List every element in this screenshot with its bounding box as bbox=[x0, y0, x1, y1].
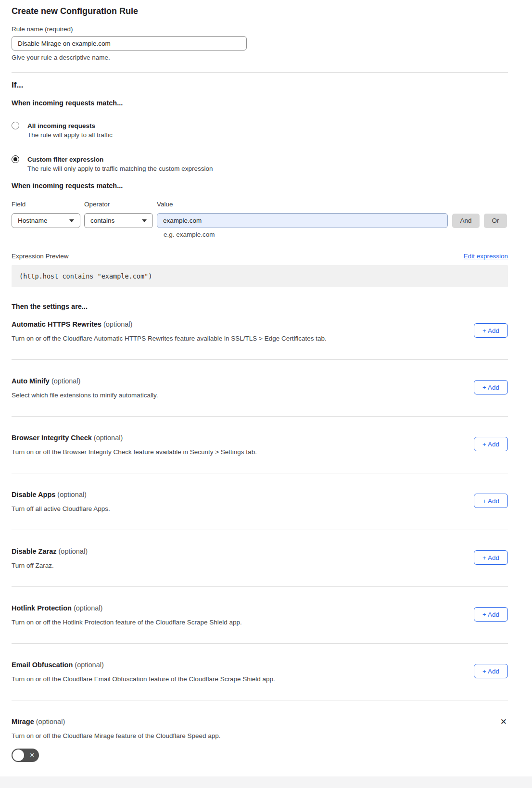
chevron-down-icon bbox=[142, 219, 147, 222]
section-divider bbox=[12, 72, 508, 73]
optional-label: (optional) bbox=[36, 718, 65, 725]
optional-label: (optional) bbox=[103, 320, 132, 328]
mirage-toggle[interactable]: ✕ bbox=[12, 749, 39, 762]
builder-labels: Field Operator Value bbox=[12, 200, 508, 209]
add-button[interactable]: + Add bbox=[474, 494, 508, 508]
setting-row: Automatic HTTPS Rewrites (optional) Turn… bbox=[12, 311, 508, 360]
radio-option-all-requests[interactable]: All incoming requests The rule will appl… bbox=[12, 121, 508, 140]
edit-expression-link[interactable]: Edit expression bbox=[464, 253, 508, 260]
setting-row: Disable Zaraz (optional) Turn off Zaraz.… bbox=[12, 530, 508, 587]
optional-label: (optional) bbox=[74, 604, 102, 612]
setting-row: Auto Minify (optional) Select which file… bbox=[12, 360, 508, 417]
setting-description: Turn on or off the Cloudflare Automatic … bbox=[12, 334, 327, 343]
footer-strip bbox=[0, 776, 532, 788]
rule-name-input[interactable] bbox=[12, 36, 247, 51]
field-select-value: Hostname bbox=[18, 217, 48, 224]
optional-label: (optional) bbox=[94, 434, 123, 442]
expression-preview-code: (http.host contains "example.com") bbox=[12, 265, 508, 287]
add-button[interactable]: + Add bbox=[474, 550, 508, 565]
chevron-down-icon bbox=[69, 219, 74, 222]
radio-all-requests-description: The rule will apply to all traffic bbox=[27, 130, 113, 140]
toggle-knob bbox=[13, 750, 24, 761]
operator-label: Operator bbox=[84, 200, 157, 209]
radio-all-requests-circle[interactable] bbox=[12, 122, 19, 129]
setting-description: Turn on or off the Hotlink Protection fe… bbox=[12, 618, 242, 627]
optional-label: (optional) bbox=[57, 491, 86, 498]
setting-name: Email Obfuscation bbox=[12, 661, 73, 669]
setting-description: Turn on or off the Cloudflare Email Obfu… bbox=[12, 674, 275, 684]
page-title: Create new Configuration Rule bbox=[12, 6, 508, 16]
mirage-heading: Mirage (optional) bbox=[12, 717, 65, 727]
radio-custom-filter-label[interactable]: Custom filter expression bbox=[27, 155, 213, 164]
and-button[interactable]: And bbox=[452, 214, 480, 228]
operator-select[interactable]: contains bbox=[84, 213, 153, 228]
field-select[interactable]: Hostname bbox=[12, 213, 80, 228]
setting-description: Select which file extensions to minify a… bbox=[12, 391, 158, 400]
settings-list: Automatic HTTPS Rewrites (optional) Turn… bbox=[12, 311, 508, 700]
radio-all-requests-label[interactable]: All incoming requests bbox=[27, 121, 113, 130]
radio-custom-filter-circle[interactable] bbox=[12, 155, 19, 163]
setting-description: Turn on or off the Browser Integrity Che… bbox=[12, 447, 257, 457]
builder-heading: When incoming requests match... bbox=[12, 181, 508, 191]
setting-row: Browser Integrity Check (optional) Turn … bbox=[12, 417, 508, 473]
value-input[interactable] bbox=[157, 213, 448, 228]
expression-preview-header: Expression Preview Edit expression bbox=[12, 253, 508, 260]
rule-name-helper: Give your rule a descriptive name. bbox=[12, 53, 508, 62]
add-button[interactable]: + Add bbox=[474, 607, 508, 622]
add-button[interactable]: + Add bbox=[474, 380, 508, 394]
setting-row: Hotlink Protection (optional) Turn on or… bbox=[12, 587, 508, 644]
close-icon[interactable]: ✕ bbox=[499, 717, 508, 727]
setting-section-mirage: Mirage (optional) ✕ Turn on or off the C… bbox=[12, 700, 508, 762]
match-heading: When incoming requests match... bbox=[12, 98, 508, 108]
add-button[interactable]: + Add bbox=[474, 664, 508, 678]
add-button[interactable]: + Add bbox=[474, 323, 508, 338]
optional-label: (optional) bbox=[59, 547, 88, 555]
configuration-rule-page: Create new Configuration Rule Rule name … bbox=[0, 0, 532, 762]
value-helper: e.g. example.com bbox=[164, 230, 508, 239]
field-label: Field bbox=[12, 200, 84, 209]
if-heading: If... bbox=[12, 80, 508, 90]
setting-name: Automatic HTTPS Rewrites bbox=[12, 320, 101, 328]
setting-name: Auto Minify bbox=[12, 377, 50, 385]
rule-name-label: Rule name (required) bbox=[12, 25, 508, 34]
setting-description: Turn off all active Cloudflare Apps. bbox=[12, 504, 110, 513]
setting-name: Disable Apps bbox=[12, 491, 55, 498]
optional-label: (optional) bbox=[51, 377, 80, 385]
mirage-description: Turn on or off the Cloudflare Mirage fea… bbox=[12, 731, 508, 740]
add-button[interactable]: + Add bbox=[474, 437, 508, 451]
or-button[interactable]: Or bbox=[484, 214, 507, 228]
expression-preview-label: Expression Preview bbox=[12, 253, 69, 260]
then-settings-heading: Then the settings are... bbox=[12, 302, 508, 311]
operator-select-value: contains bbox=[90, 217, 114, 224]
setting-description: Turn off Zaraz. bbox=[12, 561, 88, 570]
expression-builder-row: Hostname contains And Or bbox=[12, 213, 508, 228]
setting-name: Hotlink Protection bbox=[12, 604, 72, 612]
setting-row: Email Obfuscation (optional) Turn on or … bbox=[12, 644, 508, 700]
optional-label: (optional) bbox=[75, 661, 103, 669]
radio-option-custom-filter[interactable]: Custom filter expression The rule will o… bbox=[12, 155, 508, 173]
value-label: Value bbox=[157, 200, 173, 209]
radio-custom-filter-description: The rule will only apply to traffic matc… bbox=[27, 164, 213, 173]
toggle-off-icon: ✕ bbox=[30, 752, 35, 759]
setting-name: Disable Zaraz bbox=[12, 547, 57, 555]
setting-name: Mirage bbox=[12, 718, 34, 725]
setting-name: Browser Integrity Check bbox=[12, 434, 92, 442]
setting-row: Disable Apps (optional) Turn off all act… bbox=[12, 473, 508, 530]
